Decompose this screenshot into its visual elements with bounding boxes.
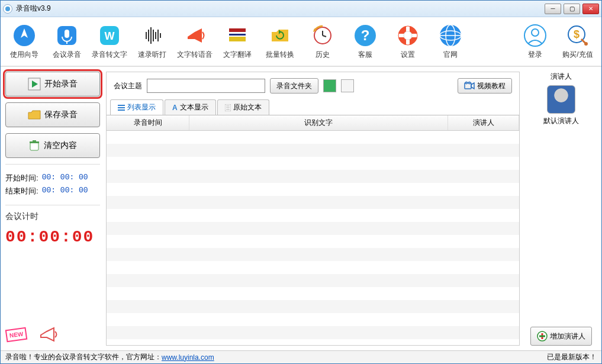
tool-label: 会议录音: [53, 50, 81, 60]
plus-icon: [537, 331, 548, 342]
status-bar: 录音啦！专业的会议录音转文字软件，官方网址： www.luyinla.com 已…: [1, 350, 601, 363]
flag-icon: [226, 24, 249, 47]
right-panel: 演讲人 默认演讲人 增加演讲人: [526, 72, 597, 346]
clear-content-button[interactable]: 清空内容: [5, 133, 100, 158]
titlebar: 录音啦v3.9 ─ ▢ ✕: [1, 1, 601, 17]
tool-service[interactable]: ? 客服: [347, 24, 383, 60]
user-icon: [523, 24, 547, 47]
microphone-icon: [55, 24, 79, 47]
status-text: 录音啦！专业的会议录音转文字软件，官方网址：: [5, 352, 162, 362]
speaker-name: 默认演讲人: [543, 116, 579, 126]
tool-settings[interactable]: 设置: [390, 24, 426, 60]
page-icon: [225, 104, 231, 111]
soundwave-icon: [140, 24, 164, 47]
speaker-default[interactable]: 默认演讲人: [543, 85, 579, 126]
svg-rect-45: [30, 143, 38, 150]
tool-label: 批量转换: [266, 50, 294, 60]
svg-rect-46: [30, 141, 39, 143]
tool-batch[interactable]: 批量转换: [262, 24, 298, 60]
avatar-icon: [547, 85, 575, 114]
end-time-label: 结束时间:: [5, 186, 38, 197]
view-tabs: 列表显示 A文本显示 原始文本: [107, 99, 519, 115]
close-button[interactable]: ✕: [582, 4, 599, 14]
camera-icon: [464, 81, 475, 91]
minimize-button[interactable]: ─: [545, 4, 561, 14]
svg-rect-4: [65, 30, 69, 38]
dollar-icon: $: [566, 24, 590, 47]
svg-point-0: [5, 7, 10, 11]
tab-raw-text[interactable]: 原始文本: [217, 99, 269, 115]
tool-website[interactable]: 官网: [433, 24, 468, 60]
tool-history[interactable]: 历史: [305, 24, 340, 60]
color-swatch-green[interactable]: [323, 79, 336, 92]
tool-label: 文字转语音: [177, 50, 213, 60]
table-body[interactable]: [107, 131, 519, 345]
svg-marker-16: [188, 28, 202, 43]
svg-point-33: [404, 31, 412, 40]
start-time-label: 开始时间:: [5, 173, 38, 183]
start-record-label: 开始录音: [44, 79, 78, 89]
speakers-title: 演讲人: [551, 72, 572, 82]
trash-icon: [28, 140, 40, 152]
maximize-button[interactable]: ▢: [564, 4, 580, 14]
svg-text:W: W: [105, 30, 115, 42]
start-time-value: 00: 00: 00: [42, 173, 88, 183]
new-badge[interactable]: NEW: [5, 323, 28, 346]
end-time-value: 00: 00: 00: [42, 186, 88, 197]
left-panel: 开始录音 保存录音 清空内容 开始时间:00: 00: 00 结束时间:00: …: [5, 72, 100, 346]
status-url-link[interactable]: www.luyinla.com: [162, 353, 214, 362]
compass-icon: [12, 24, 36, 47]
tool-label: 设置: [401, 50, 415, 60]
col-speaker[interactable]: 演讲人: [448, 115, 519, 130]
svg-rect-54: [118, 109, 125, 111]
lifebuoy-icon: [396, 24, 420, 47]
folder-save-icon: [28, 109, 41, 120]
tool-label: 登录: [528, 50, 542, 60]
app-icon: [3, 4, 12, 14]
color-swatch-blank[interactable]: [341, 79, 354, 92]
tool-label: 速录听打: [138, 50, 166, 60]
svg-text:$: $: [574, 28, 580, 40]
tool-rec-to-text[interactable]: W 录音转文字: [92, 24, 127, 60]
tool-meeting-record[interactable]: 会议录音: [49, 24, 85, 60]
w-icon: W: [98, 24, 121, 47]
svg-rect-47: [33, 140, 36, 141]
tab-text-view[interactable]: A文本显示: [165, 99, 216, 115]
col-recognized-text[interactable]: 识别文字: [189, 115, 448, 130]
tool-login[interactable]: 登录: [517, 24, 553, 60]
svg-point-39: [532, 29, 539, 36]
video-tutorial-button[interactable]: 视频教程: [458, 78, 512, 94]
tool-listen-type[interactable]: 速录听打: [134, 24, 170, 60]
svg-rect-20: [229, 37, 246, 41]
tab-list-view[interactable]: 列表显示: [110, 99, 163, 115]
announce-icon[interactable]: [37, 323, 60, 346]
start-record-button[interactable]: 开始录音: [5, 72, 100, 96]
svg-text:?: ?: [361, 27, 370, 43]
window-title: 录音啦v3.9: [16, 4, 51, 14]
meeting-timer-value: 00:00:00: [5, 228, 100, 246]
save-record-button[interactable]: 保存录音: [5, 102, 100, 127]
topic-input[interactable]: [147, 79, 265, 93]
tool-label: 官网: [443, 50, 458, 60]
svg-rect-53: [118, 107, 125, 108]
tool-guide[interactable]: 使用向导: [7, 24, 42, 60]
col-record-time[interactable]: 录音时间: [107, 115, 189, 130]
a-icon: A: [172, 104, 178, 112]
play-icon: [28, 78, 41, 91]
tool-label: 录音转文字: [92, 50, 127, 60]
save-record-label: 保存录音: [44, 109, 78, 120]
svg-point-42: [584, 42, 588, 46]
record-folder-button[interactable]: 录音文件夹: [270, 78, 318, 94]
tool-label: 历史: [316, 50, 330, 60]
svg-rect-5: [66, 41, 67, 44]
clear-content-label: 清空内容: [44, 140, 77, 151]
clock-history-icon: [311, 24, 334, 47]
tool-translate[interactable]: 文字翻译: [220, 24, 255, 60]
help-icon: ?: [353, 24, 377, 47]
tool-label: 客服: [358, 50, 372, 60]
add-speaker-button[interactable]: 增加演讲人: [530, 327, 592, 346]
megaphone-icon: [183, 24, 207, 47]
status-version: 已是最新版本！: [547, 352, 597, 362]
tool-purchase[interactable]: $ 购买/充值: [560, 24, 595, 60]
tool-text-to-speech[interactable]: 文字转语音: [177, 24, 213, 60]
